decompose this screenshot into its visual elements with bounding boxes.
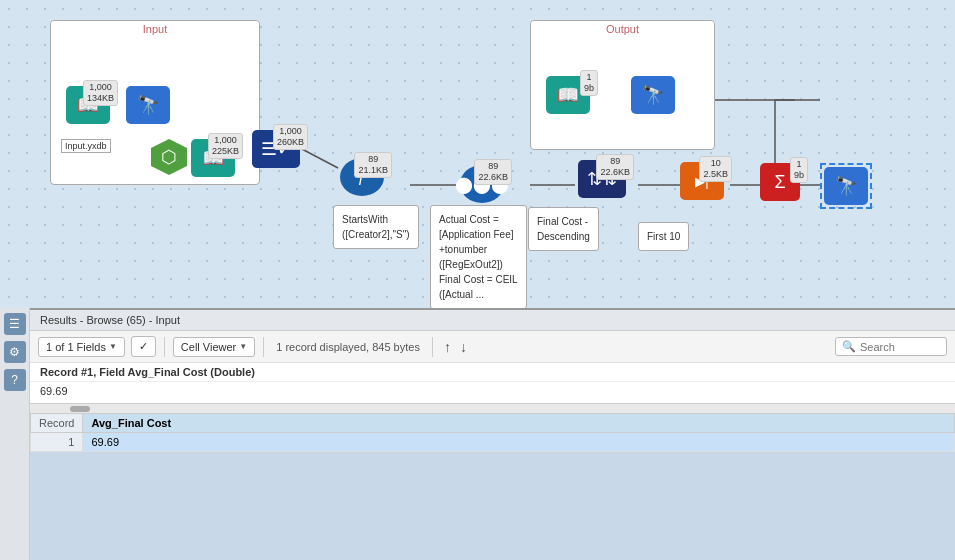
filter-badge: 89 22.6KB [474, 159, 512, 185]
output-book-node[interactable]: 📖 1 9b [546, 76, 590, 114]
tooltip-first: First 10 [638, 222, 689, 251]
hex-filter-node[interactable]: ⬡ [151, 139, 187, 175]
record-info: 1 record displayed, 845 bytes [276, 341, 420, 353]
horizontal-scrollbar[interactable] [30, 403, 955, 413]
output-binoculars-icon: 🔭 [631, 76, 675, 114]
output-binoculars2-icon: 🔭 [824, 167, 868, 205]
left-icon-list[interactable]: ☰ [4, 313, 26, 335]
table-row: 169.69 [31, 433, 955, 452]
output-browse2-node[interactable]: 🔭 [820, 163, 872, 209]
svg-line-4 [300, 148, 338, 168]
record-value: 69.69 [30, 382, 955, 403]
tooltip-sort: Final Cost - Descending [528, 207, 599, 251]
summarize-node[interactable]: Σ 1 9b [760, 163, 800, 201]
toolbar-separator2 [263, 337, 264, 357]
output-group: Output 📖 1 9b 🔭 [530, 20, 715, 150]
input-book-badge: 1,000 134KB [83, 80, 118, 106]
results-table: Record Avg_Final Cost 169.69 [30, 413, 955, 452]
output-group-title: Output [531, 21, 714, 37]
search-box[interactable]: 🔍 [835, 337, 947, 356]
results-panel: Results - Browse (65) - Input 1 of 1 Fie… [30, 308, 955, 452]
left-panel: ☰ ⚙ ? [0, 308, 30, 560]
select-node[interactable]: ☰✓ 1,000 260KB [252, 130, 300, 168]
input-yxdb-label: Input.yxdb [61, 139, 111, 153]
col-record-header: Record [31, 414, 83, 433]
workflow-canvas: Input 📖 1,000 134KB 🔭 Input.yxdb ⬡ 📖 [0, 0, 955, 308]
hex-icon: ⬡ [151, 139, 187, 175]
results-toolbar: 1 of 1 Fields ▼ ✓ Cell Viewer ▼ 1 record… [30, 331, 955, 363]
input-group: Input 📖 1,000 134KB 🔭 Input.yxdb ⬡ 📖 [50, 20, 260, 185]
scrollbar-thumb[interactable] [70, 406, 90, 412]
col-avg-header: Avg_Final Cost [83, 414, 955, 433]
search-input[interactable] [860, 341, 940, 353]
input-book2-badge: 1,000 225KB [208, 133, 243, 159]
checkmark-button[interactable]: ✓ [131, 336, 156, 357]
fields-dropdown-arrow: ▼ [109, 342, 117, 351]
output-book-badge: 1 9b [580, 70, 598, 96]
left-icon-help[interactable]: ? [4, 369, 26, 391]
select-badge: 1,000 260KB [273, 124, 308, 150]
input-book2-node[interactable]: 📖 1,000 225KB [191, 139, 235, 177]
cell-viewer-arrow: ▼ [239, 342, 247, 351]
first-badge: 10 2.5KB [699, 156, 732, 182]
sort-badge: 89 22.6KB [596, 154, 634, 180]
binoculars-icon: 🔭 [126, 86, 170, 124]
tooltip-formula: Actual Cost = [Application Fee] +tonumbe… [430, 205, 527, 308]
toolbar-separator3 [432, 337, 433, 357]
results-table-body: 169.69 [31, 433, 955, 452]
nav-down-button[interactable]: ↓ [457, 338, 470, 356]
cell-avg: 69.69 [83, 433, 955, 452]
tooltip-startswith: StartsWith ([Creator2],"S") [333, 205, 419, 249]
results-header: Results - Browse (65) - Input [30, 310, 955, 331]
nav-up-button[interactable]: ↑ [441, 338, 454, 356]
input-group-title: Input [51, 21, 259, 37]
first-node[interactable]: ▶| 10 2.5KB [680, 162, 724, 200]
toolbar-separator1 [164, 337, 165, 357]
formula-badge: 89 21.1KB [354, 152, 392, 178]
fields-button[interactable]: 1 of 1 Fields ▼ [38, 337, 125, 357]
cell-viewer-button[interactable]: Cell Viewer ▼ [173, 337, 255, 357]
cell-record: 1 [31, 433, 83, 452]
summarize-badge: 1 9b [790, 157, 808, 183]
formula-node[interactable]: ƒ 89 21.1KB [340, 158, 384, 196]
output-browse-node[interactable]: 🔭 [631, 76, 675, 114]
sort-node[interactable]: ⇅⇅ 89 22.6KB [578, 160, 626, 198]
input-browse-node[interactable]: 🔭 [126, 86, 170, 124]
left-icon-settings[interactable]: ⚙ [4, 341, 26, 363]
filter-node[interactable]: ⬤⬤⬤ 89 22.6KB [460, 165, 504, 203]
nav-buttons: ↑ ↓ [441, 338, 470, 356]
record-header-row: Record #1, Field Avg_Final Cost (Double) [30, 363, 955, 382]
input-book-node[interactable]: 📖 1,000 134KB [66, 86, 110, 124]
search-icon: 🔍 [842, 340, 856, 353]
